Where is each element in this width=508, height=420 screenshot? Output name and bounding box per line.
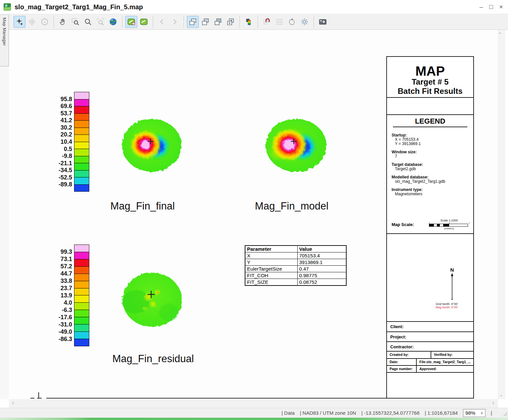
scale-tick-label: 53.7 [61,110,72,117]
scale-tick-label: -86.3 [59,335,72,342]
param-row: EulerTargetSize0.47 [245,266,346,272]
param-header-value: Value [297,246,346,252]
approved-field: Approved: [416,366,473,372]
scale-segment [74,156,89,164]
scale-segment [74,114,89,121]
snapshot-tool[interactable] [317,16,329,28]
scale-tick-label: 95.8 [61,95,72,102]
vertical-scrollbar[interactable]: ‹ ‹ [498,30,505,399]
colour-tool[interactable] [243,16,255,28]
interactive-zoom-tool[interactable] [69,16,81,28]
left-gutter [0,66,9,399]
scale-ticks: 99.373.157.244.733.823.713.94.0-6.3-17.6… [55,245,74,346]
map-scale-row: Map Scale: Scale 1:1000 (meters) [392,219,469,230]
window-title: slo_mag_Target2_Targ1_Mag_Fin_5.map [15,0,143,14]
file-field: File:slo_mag_Target2_Targ1_... [416,359,473,365]
title-block-empty [387,373,473,398]
grid-image-model [263,116,329,174]
redraw-map-tool[interactable] [125,16,137,28]
scale-segment [74,121,89,128]
scale-tick-label: -34.5 [59,167,72,174]
polygon-tool[interactable] [286,16,298,28]
scale-tick-label: 4.0 [64,299,72,306]
toolbar-separator [54,16,54,28]
chevron-down-icon: ∨ [481,411,483,415]
created-by-field: Created by: [387,352,431,358]
north-arrow-section: N Grid North: 0°00' Mag North: 0°00' [387,234,473,322]
scroll-up-icon[interactable]: ‹ [498,32,503,34]
scale-tick-label: -31.0 [59,321,72,328]
scale-segment [74,135,89,142]
scale-tick-label: 20.2 [61,131,72,138]
fiducial-mark [30,398,34,399]
legend-item: Target database:Target2.gdb [392,163,473,171]
param-row: X705153.4 [245,252,346,259]
pan-tool[interactable] [57,16,69,28]
title-block-spacer [387,98,473,115]
scale-segment [74,106,89,114]
close-button[interactable]: × [496,3,506,11]
map-manager-tab[interactable]: Map Manager [0,15,9,66]
toolbar-separator [184,16,184,28]
scale-bar-graphic: Scale 1:1000 (meters) [429,219,469,230]
info-tool [39,16,51,28]
window-new-tool[interactable] [225,16,236,28]
scale-tick-label: 33.8 [61,278,72,285]
param-table: Parameter Value X705153.4Y3913869.1Euler… [245,245,347,286]
page-number-field: Page number: [387,366,416,372]
horizontal-scrollbar[interactable]: ‹ › [9,399,498,408]
maximize-button[interactable]: □ [486,3,496,11]
legend-section: LEGEND Startup:X = 705153.4Y = 3913869.1… [387,115,473,234]
scale-segment [74,281,89,288]
grid-label-model: Mag_Fin_model [245,200,338,212]
param-header-row: Parameter Value [245,246,346,252]
status-data-label: | Data [281,410,295,416]
legend-item: Startup:X = 705153.4Y = 3913869.1 [392,133,473,146]
client-field: Client: [390,324,403,329]
map-subtitle-target: Target # 5 [387,77,473,87]
scale-tick-label: 57.2 [61,263,72,270]
scale-tick-label: -52.5 [59,174,72,181]
grid-north-text: Grid North: 0°00' [419,302,475,306]
window-stack-tool[interactable] [187,16,199,28]
globe-tool[interactable] [107,16,119,28]
scale-bar-title: Scale 1:1000 [429,219,469,222]
scale-segment [74,310,89,317]
scroll-left-icon[interactable]: ‹ [12,400,14,406]
window-cascade-tool[interactable] [199,16,211,28]
zoom-tool[interactable] [82,16,94,28]
settings-tool[interactable] [299,16,311,28]
resize-grip[interactable] [502,411,507,416]
window-tile-tool[interactable] [212,16,224,28]
scale-bar-checker [429,224,468,227]
main-toolbar [0,14,508,30]
grid-image-final [120,116,186,174]
grid-image-residual [119,269,185,330]
status-bar: | Data | NAD83 / UTM zone 10N | -13.1557… [0,408,508,418]
back-tool [156,16,168,28]
scale-segment [74,295,89,303]
scroll-down-icon[interactable]: ‹ [498,395,503,397]
legend-title: LEGEND [387,117,473,126]
redraw-all-tool[interactable] [138,16,150,28]
legend-underline [393,127,467,127]
mag-grid-tool[interactable] [261,16,273,28]
scale-segment [74,99,89,107]
scale-tick-label: 10.4 [61,138,72,145]
scale-tick-label: 23.7 [61,285,72,292]
minimize-button[interactable]: – [476,3,486,11]
scale-tick-label: 99.3 [61,248,72,255]
zoom-select[interactable]: 98% ∨ [463,409,486,417]
scroll-right-icon[interactable]: › [492,400,494,406]
param-row: FIT_SIZE0.08752 [245,279,346,286]
scale-tick-label: -89.8 [59,181,72,188]
param-row: FIT_COH0.98775 [245,272,346,279]
legend-item: Window size:7 [392,150,473,159]
status-projection: | NAD83 / UTM zone 10N [300,410,356,416]
dot-grid-tool[interactable] [274,16,285,28]
status-map-scale: | 1:1016,67184 [425,410,458,416]
toolbar-separator [153,16,153,28]
scale-tick-label: -9.8 [62,153,72,160]
select-tool[interactable] [14,16,25,28]
scale-segment [74,274,89,281]
